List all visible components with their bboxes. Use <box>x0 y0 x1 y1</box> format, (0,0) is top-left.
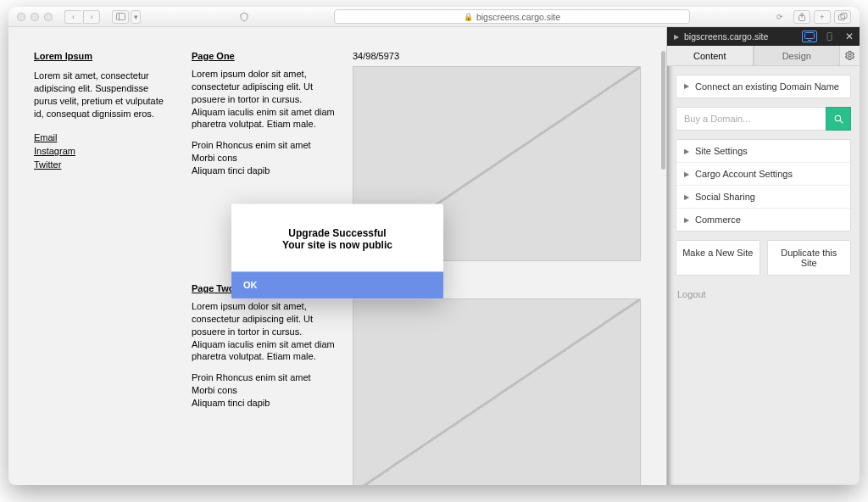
link-instagram[interactable]: Instagram <box>34 145 170 158</box>
gear-icon[interactable] <box>839 46 860 65</box>
connect-domain-row[interactable]: ▶ Connect an existing Domain Name <box>676 75 851 98</box>
chevron-down-icon[interactable]: ▾ <box>131 10 141 24</box>
page-line: Proin Rhoncus enim sit amet <box>192 371 336 384</box>
sidebar-icon[interactable] <box>112 10 129 24</box>
new-tab-icon[interactable]: + <box>814 10 831 24</box>
commerce-row[interactable]: ▶Commerce <box>676 208 850 231</box>
page-line: Aliquam tinci dapib <box>192 397 336 410</box>
site-intro: Lorem sit amet, consectetur adipiscing e… <box>34 70 170 120</box>
site-links: Email Instagram Twitter <box>34 131 170 171</box>
desktop-preview-icon[interactable] <box>802 31 817 42</box>
tabs-icon[interactable] <box>834 10 851 24</box>
modal-subtitle: Your site is now public <box>243 239 431 251</box>
page-heading[interactable]: Page One <box>192 51 336 61</box>
account-settings-row[interactable]: ▶Cargo Account Settings <box>676 162 850 185</box>
search-button[interactable] <box>826 107 851 131</box>
address-text: bigscreens.cargo.site <box>476 12 560 22</box>
ok-button[interactable]: OK <box>231 271 443 298</box>
commerce-label: Commerce <box>695 215 741 225</box>
page-line: Proin Rhoncus enim sit amet <box>192 139 336 152</box>
svg-rect-3 <box>838 15 844 20</box>
lock-icon: 🔒 <box>464 13 473 21</box>
forward-button[interactable]: › <box>83 10 100 24</box>
address-bar[interactable]: 🔒 bigscreens.cargo.site <box>334 9 690 24</box>
close-panel-icon[interactable]: ✕ <box>843 31 856 42</box>
svg-rect-5 <box>805 33 815 39</box>
close-icon[interactable] <box>17 13 25 21</box>
settings-list: ▶Site Settings ▶Cargo Account Settings ▶… <box>676 139 851 231</box>
site-settings-row[interactable]: ▶Site Settings <box>676 140 850 162</box>
admin-site-label: bigscreens.cargo.site <box>684 31 768 42</box>
duplicate-site-button[interactable]: Duplicate this Site <box>767 240 852 276</box>
page-block: Page Two Lorem ipsum dolor sit amet, con… <box>192 283 641 485</box>
link-twitter[interactable]: Twitter <box>34 159 170 171</box>
page-line: Morbi cons <box>192 152 336 165</box>
site-title[interactable]: Lorem Ipsum <box>34 51 170 61</box>
page-paragraph: Lorem ipsum dolor sit amet, consectetur … <box>192 68 336 131</box>
reload-icon[interactable]: ⟳ <box>771 10 788 24</box>
svg-point-8 <box>849 54 851 57</box>
minimize-icon[interactable] <box>31 13 39 21</box>
buy-domain-input[interactable] <box>676 107 826 131</box>
buy-domain <box>676 107 851 131</box>
sidebar-toggle[interactable]: ▾ <box>112 10 141 24</box>
svg-line-10 <box>840 120 843 123</box>
svg-rect-4 <box>841 14 847 19</box>
admin-tabs: Content Design <box>667 46 860 66</box>
account-settings-label: Cargo Account Settings <box>695 169 793 179</box>
svg-rect-7 <box>827 32 832 40</box>
placeholder-image <box>353 298 641 485</box>
svg-point-9 <box>835 115 841 121</box>
tab-content[interactable]: Content <box>667 46 754 65</box>
chevron-right-icon: ▶ <box>684 82 689 90</box>
social-sharing-label: Social Sharing <box>695 192 755 202</box>
mobile-preview-icon[interactable] <box>822 31 837 42</box>
back-button[interactable]: ‹ <box>64 10 81 24</box>
modal-title: Upgrade Successful <box>243 227 431 239</box>
social-sharing-row[interactable]: ▶Social Sharing <box>676 185 850 208</box>
link-email[interactable]: Email <box>34 131 170 144</box>
connect-domain-label: Connect an existing Domain Name <box>695 81 839 92</box>
svg-rect-0 <box>116 14 125 20</box>
site-settings-label: Site Settings <box>695 146 748 156</box>
make-new-site-button[interactable]: Make a New Site <box>676 240 760 276</box>
admin-topbar: ▶ bigscreens.cargo.site ✕ <box>667 27 860 46</box>
upgrade-modal: Upgrade Successful Your site is now publ… <box>231 204 443 298</box>
page-paragraph: Lorem ipsum dolor sit amet, consectetur … <box>192 300 336 363</box>
tab-design[interactable]: Design <box>754 46 840 65</box>
site-preview: Lorem Ipsum Lorem sit amet, consectetur … <box>8 27 666 485</box>
scrollbar[interactable] <box>660 47 666 485</box>
page-date: 34/98/5973 <box>353 51 641 61</box>
admin-panel: ▶ bigscreens.cargo.site ✕ Content Design <box>666 27 860 485</box>
window-controls[interactable] <box>17 13 53 21</box>
logout-link[interactable]: Logout <box>676 284 851 304</box>
share-icon[interactable] <box>793 10 810 24</box>
chevron-right-icon: ▶ <box>674 33 679 41</box>
scrollbar-thumb[interactable] <box>661 51 665 170</box>
browser-titlebar: ‹ › ▾ 🔒 bigscreens.cargo.site ⟳ + <box>8 7 860 27</box>
page-line: Aliquam tinci dapib <box>192 165 336 177</box>
browser-window: ‹ › ▾ 🔒 bigscreens.cargo.site ⟳ + <box>8 7 860 485</box>
nav-back-forward[interactable]: ‹ › <box>64 10 100 24</box>
privacy-report-icon[interactable] <box>236 10 253 24</box>
page-line: Morbi cons <box>192 384 336 397</box>
zoom-icon[interactable] <box>44 13 53 21</box>
